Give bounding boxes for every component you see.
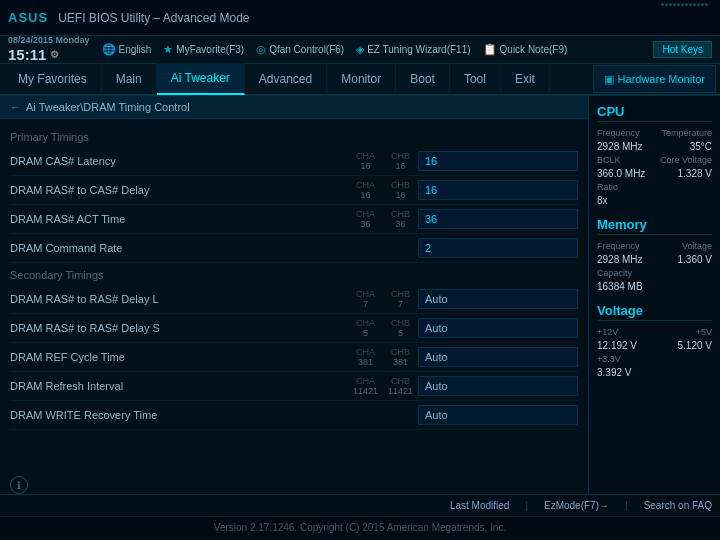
- cha-2: CHA 36: [348, 209, 383, 229]
- chb-1: CHB 16: [383, 180, 418, 200]
- mem-frequency-label: Frequency: [597, 241, 640, 251]
- setting-value-0[interactable]: 16: [418, 151, 578, 171]
- setting-name-6: DRAM REF Cycle Time: [10, 351, 348, 363]
- cpu-frequency-label: Frequency: [597, 128, 640, 138]
- cha-7: CHA 11421: [348, 376, 383, 396]
- cha-4: CHA 7: [348, 289, 383, 309]
- cpu-ratio-value: 8x: [597, 195, 608, 206]
- hotkeys-button[interactable]: Hot Keys: [653, 41, 712, 58]
- breadcrumb-path: Ai Tweaker\DRAM Timing Control: [26, 101, 190, 113]
- back-arrow-icon[interactable]: ←: [10, 101, 21, 113]
- last-modified-button[interactable]: Last Modified: [450, 500, 509, 511]
- fan-icon: ◎: [256, 43, 266, 56]
- tab-advanced[interactable]: Advanced: [245, 63, 327, 95]
- voltage-section-title: Voltage: [597, 303, 712, 321]
- left-content: ← Ai Tweaker\DRAM Timing Control Primary…: [0, 96, 588, 494]
- secondary-timings-label: Secondary Timings: [10, 263, 578, 285]
- setting-value-8[interactable]: Auto: [418, 405, 578, 425]
- tab-boot[interactable]: Boot: [396, 63, 450, 95]
- gear-icon: ⚙: [50, 49, 59, 61]
- setting-row-dram-ras-cas: DRAM RAS# to CAS# Delay CHA 16 CHB 16 16: [10, 176, 578, 205]
- asus-logo: ASUS: [8, 10, 48, 25]
- v5-label: +5V: [696, 327, 712, 337]
- setting-name-8: DRAM WRITE Recovery Time: [10, 409, 348, 421]
- tab-main[interactable]: Main: [102, 63, 157, 95]
- v12-label: +12V: [597, 327, 618, 337]
- setting-name-4: DRAM RAS# to RAS# Delay L: [10, 293, 348, 305]
- settings-area: Primary Timings DRAM CAS# Latency CHA 16…: [0, 119, 588, 494]
- tab-tool[interactable]: Tool: [450, 63, 501, 95]
- setting-row-dram-write-recovery: DRAM WRITE Recovery Time Auto: [10, 401, 578, 430]
- v12-row: +12V +5V: [597, 327, 712, 337]
- myfavorite-label: MyFavorite(F3): [176, 44, 244, 55]
- cpu-bclk-label: BCLK: [597, 155, 621, 165]
- setting-value-3[interactable]: 2: [418, 238, 578, 258]
- cpu-bclk-row: BCLK Core Voltage: [597, 155, 712, 165]
- main-layout: ← Ai Tweaker\DRAM Timing Control Primary…: [0, 96, 720, 494]
- setting-row-dram-ras-act: DRAM RAS# ACT Time CHA 36 CHB 36 36: [10, 205, 578, 234]
- cpu-frequency-row: Frequency Temperature: [597, 128, 712, 138]
- cha-0: CHA 16: [348, 151, 383, 171]
- info-icon[interactable]: ℹ: [10, 476, 28, 494]
- tab-my-favorites[interactable]: My Favorites: [4, 63, 102, 95]
- cpu-bclk-value: 366.0 MHz: [597, 168, 645, 179]
- setting-name-0: DRAM CAS# Latency: [10, 155, 348, 167]
- setting-name-7: DRAM Refresh Interval: [10, 380, 348, 392]
- footer: Version 2.17.1246. Copyright (C) 2015 Am…: [0, 516, 720, 538]
- cpu-core-voltage-value: 1.328 V: [678, 168, 712, 179]
- setting-value-4[interactable]: Auto: [418, 289, 578, 309]
- mem-capacity-value: 16384 MB: [597, 281, 643, 292]
- mem-capacity-label: Capacity: [597, 268, 632, 278]
- cpu-ratio-value-row: 8x: [597, 195, 712, 206]
- hotkeys-label: Hot Keys: [662, 44, 703, 55]
- setting-row-dram-ref-cycle: DRAM REF Cycle Time CHA 381 CHB 381 Auto: [10, 343, 578, 372]
- cpu-ratio-label: Ratio: [597, 182, 618, 192]
- setting-value-7[interactable]: Auto: [418, 376, 578, 396]
- top-bar: ASUS UEFI BIOS Utility – Advanced Mode: [0, 0, 720, 36]
- info-bar: 08/24/2015 Monday 15:11 ⚙ 🌐 English ★ My…: [0, 36, 720, 64]
- setting-value-2[interactable]: 36: [418, 209, 578, 229]
- setting-row-dram-ras-ras-l: DRAM RAS# to RAS# Delay L CHA 7 CHB 7 Au…: [10, 285, 578, 314]
- setting-name-2: DRAM RAS# ACT Time: [10, 213, 348, 225]
- cpu-frequency-value-row: 2928 MHz 35°C: [597, 141, 712, 152]
- hw-monitor-label: Hardware Monitor: [618, 73, 705, 85]
- quicknote-item[interactable]: 📋 Quick Note(F9): [483, 43, 568, 56]
- cpu-section-title: CPU: [597, 104, 712, 122]
- cpu-bclk-value-row: 366.0 MHz 1.328 V: [597, 168, 712, 179]
- setting-row-dram-cas-latency: DRAM CAS# Latency CHA 16 CHB 16 16: [10, 147, 578, 176]
- myfavorite-item[interactable]: ★ MyFavorite(F3): [163, 43, 244, 56]
- cpu-temperature-label: Temperature: [661, 128, 712, 138]
- setting-row-dram-refresh-interval: DRAM Refresh Interval CHA 11421 CHB 1142…: [10, 372, 578, 401]
- tab-exit[interactable]: Exit: [501, 63, 550, 95]
- search-faq-button[interactable]: Search on FAQ: [644, 500, 712, 511]
- tab-monitor[interactable]: Monitor: [327, 63, 396, 95]
- setting-value-5[interactable]: Auto: [418, 318, 578, 338]
- language-item[interactable]: 🌐 English: [102, 43, 152, 56]
- globe-icon: 🌐: [102, 43, 116, 56]
- v12-value-row: 12.192 V 5.120 V: [597, 340, 712, 351]
- chb-6: CHB 381: [383, 347, 418, 367]
- ez-mode-button[interactable]: EzMode(F7)→: [544, 500, 609, 511]
- chb-4: CHB 7: [383, 289, 418, 309]
- time-display: 15:11: [8, 46, 46, 64]
- v33-value-row: 3.392 V: [597, 367, 712, 378]
- footer-text: Version 2.17.1246. Copyright (C) 2015 Am…: [214, 522, 506, 533]
- chb-2: CHB 36: [383, 209, 418, 229]
- qfan-item[interactable]: ◎ Qfan Control(F6): [256, 43, 344, 56]
- setting-name-5: DRAM RAS# to RAS# Delay S: [10, 322, 348, 334]
- eztuning-item[interactable]: ◈ EZ Tuning Wizard(F11): [356, 43, 470, 56]
- hw-monitor-tab[interactable]: ▣ Hardware Monitor: [593, 65, 716, 93]
- bios-title: UEFI BIOS Utility – Advanced Mode: [58, 11, 712, 25]
- dots-decoration: [660, 2, 720, 10]
- cha-6: CHA 381: [348, 347, 383, 367]
- quicknote-label: Quick Note(F9): [500, 44, 568, 55]
- mem-frequency-row: Frequency Voltage: [597, 241, 712, 251]
- cha-5: CHA 5: [348, 318, 383, 338]
- qfan-label: Qfan Control(F6): [269, 44, 344, 55]
- setting-value-1[interactable]: 16: [418, 180, 578, 200]
- cha-1: CHA 16: [348, 180, 383, 200]
- language-label: English: [119, 44, 152, 55]
- setting-value-6[interactable]: Auto: [418, 347, 578, 367]
- tab-ai-tweaker[interactable]: Ai Tweaker: [157, 63, 245, 95]
- v12-value: 12.192 V: [597, 340, 637, 351]
